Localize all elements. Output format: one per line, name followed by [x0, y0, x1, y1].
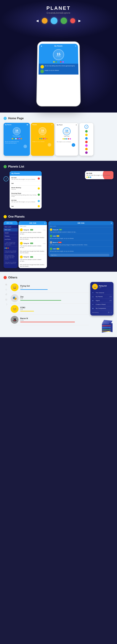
moon-icon[interactable]: ☽	[110, 312, 112, 314]
phone-top-bar: ◀ My Planets ⊕	[39, 44, 78, 48]
planets-list-right: 60 Club WE are both 60e tonight, no cry …	[43, 171, 113, 209]
user-bar-baron	[20, 322, 75, 322]
list-item-sat[interactable]: Sat	[10, 181, 42, 186]
home-card-blue: My Planets ◀▶ 15PLANETS "The Avengers" W…	[4, 123, 30, 156]
home-page-dot	[4, 117, 7, 120]
list-item-5[interactable]: Sat	[10, 204, 42, 209]
user-bar-flying-get	[20, 289, 48, 290]
detail-card: 60 Club WE are both 60e tonight, no cry …	[85, 171, 113, 179]
planets-list-container: ↺ My Planets 60 Club WE are both 60e ton…	[4, 171, 113, 209]
list-card: My Planets 60 Club WE are both 60e tonig…	[10, 171, 42, 209]
sidebar-item-live-room[interactable]: Live Room	[4, 238, 18, 241]
phone-circle-number: 15	[57, 52, 60, 56]
icon-face[interactable]: ☺	[4, 287, 9, 292]
blue-card-dots	[4, 137, 30, 140]
chat-input-bar: Type here... →	[48, 253, 113, 257]
home-page-title: Home Page	[8, 117, 24, 120]
user-row-baron: 🎩 Baron N Lv11	[11, 314, 88, 325]
user-bar-zac	[20, 300, 61, 300]
planet-4[interactable]	[70, 18, 75, 23]
dark-msg-2: COKI Lv1 WE are both 60e tonight, no cry…	[48, 234, 113, 240]
dark-msg-1: Flying No Lv3 That was the ultimate coun…	[48, 228, 113, 234]
planet-nav-left[interactable]: ◀	[36, 19, 39, 23]
icon-plus[interactable]: ⊕	[4, 282, 9, 287]
back-btn[interactable]: ↺	[4, 176, 9, 181]
sidebar-thought: ... ever thought that Wolfs Nautilus was…	[4, 241, 18, 246]
user-info-coki: COKI Lv1	[20, 306, 88, 312]
profile-avatar-row: 😀 Flying Get Lv3 ·	[92, 284, 112, 290]
planets-icon: ◎	[92, 296, 95, 298]
user-avatar-baron: 🎩	[11, 316, 19, 324]
chat-input[interactable]: Type here...	[50, 254, 109, 256]
user-row-flying-get: 😀 Flying Get Lv3	[11, 282, 88, 293]
blue-card-arrow[interactable]: ↑	[24, 145, 27, 148]
blue-card-bottom: We are only talking about this choices.g…	[4, 140, 30, 150]
detail-sub: WE are both 60e tonight, no cry no chine…	[86, 174, 112, 176]
user-info-baron: Baron N Lv11	[20, 317, 88, 322]
one-planets-section: One Planets ← 60E Club Main Land+ Main L…	[0, 212, 117, 272]
profile-menu-signal[interactable]: ◈ Signal (40)	[92, 299, 112, 302]
home-card-plain: ↺	[79, 123, 93, 156]
settings-icon[interactable]: ⚙	[108, 312, 109, 314]
chat-msg-1: Flying No Lv3 0/1 ▶ That was the ultimat…	[19, 228, 47, 236]
yellow-card-dots	[31, 137, 54, 140]
dot-green	[55, 61, 57, 63]
chat-msg-3: Flying No Lv3 0/1 ▶ That was the ultimat…	[19, 241, 47, 249]
planet-nav-right[interactable]: ▶	[78, 19, 81, 23]
universe-icon: ✦	[92, 292, 95, 294]
list-item-1[interactable]: 60 Club WE are both 60e tonight, no cry …	[10, 176, 42, 181]
chat-card-light: ← 60E Club ⊕ Main Land+ Flying No Lv3 0/…	[19, 221, 47, 268]
one-planets-header: One Planets	[4, 215, 113, 218]
planet-2[interactable]	[51, 18, 57, 24]
profile-footer: Dormancy ⚙ ☽	[92, 310, 112, 314]
home-card-white: My Planet ◀ 15PLANETS "that Club" We ton…	[55, 123, 78, 156]
others-layout: ⊕ ☺ ↺ ◎ ☽ 😀 Flying Get Lv3 🎭	[4, 282, 113, 334]
phone-circle-sub: PLANETS	[56, 56, 61, 57]
profile-menu-universe[interactable]: ✦ The Universe	[92, 291, 112, 295]
planet-1[interactable]	[42, 18, 47, 24]
chat-card-dark: ← 60E Club ⊕ Main Land+ Flying No Lv3 Th…	[48, 221, 113, 257]
sidebar-dots-row	[4, 246, 18, 250]
sidebar-item-main-land[interactable]: Main Land	[4, 228, 18, 232]
icon-refresh[interactable]: ↺	[4, 292, 9, 297]
phone-chat-1: We are only talking about this choices.g…	[45, 65, 75, 66]
profile-menu-companions[interactable]: ♟ My Companions	[92, 306, 112, 310]
yellow-card-header: Planets ▶	[31, 123, 54, 126]
icon-moon[interactable]: ☽	[4, 302, 9, 307]
others-section: Others ⊕ ☺ ↺ ◎ ☽ 😀 Flying Get Lv3	[0, 272, 117, 337]
send-icon[interactable]: →	[110, 254, 112, 256]
planet-3[interactable]	[61, 18, 67, 24]
create-icon: ✦	[92, 304, 95, 306]
blue-card-circle-area: 15PLANETS "The Avengers"	[4, 126, 30, 137]
user-avatar-flying-get: 😀	[11, 284, 19, 291]
white-card-arrow[interactable]: ↑	[72, 143, 75, 147]
chat-sidebar: ← 60E Club Main Land+ Main Land Garden T…	[4, 221, 18, 268]
icon-target[interactable]: ◎	[4, 297, 9, 302]
profile-menu-planets[interactable]: ◎ My Planets (15)	[92, 295, 112, 299]
list-item-4[interactable]: 60 Club WE are both 60e tonight, no cry …	[10, 198, 42, 204]
one-planets-dot	[4, 215, 7, 218]
phone-screen: ◀ My Planets ⊕ 15 PLANETS	[38, 44, 79, 104]
others-user-list: 😀 Flying Get Lv3 🎭 Zac Lv6	[11, 282, 88, 334]
profile-avatar: 😀	[92, 284, 98, 290]
user-row-coki: 😊 COKI Lv1	[11, 304, 88, 314]
list-item-2[interactable]: Movie Monkey Kiss me	[10, 186, 42, 191]
sidebar-item-treasury[interactable]: Treasury	[4, 234, 18, 238]
phone-mockup-section: ◀ My Planets ⊕ 15 PLANETS	[0, 39, 117, 112]
list-item-3[interactable]: Running Road Running something talking a…	[10, 191, 42, 198]
planets-list-section: Planets List ↺ My Planets 60 Club WE are…	[0, 161, 117, 212]
yellow-card-arrow[interactable]: ↑	[48, 143, 51, 146]
sidebar-item-garden[interactable]: Garden	[4, 232, 18, 234]
profile-menu-create[interactable]: ✦ Create a Planet	[92, 302, 112, 306]
phone-top-label: My Planets	[54, 45, 63, 47]
home-cards-row: My Planets ◀▶ 15PLANETS "The Avengers" W…	[4, 123, 113, 157]
white-card-dots	[55, 138, 78, 140]
hero-subtitle: Create&Join&Explore	[4, 12, 113, 14]
one-planets-title: One Planets	[8, 215, 25, 218]
others-right-panel: 😀 Flying Get Lv3 · ✦ The Universe ◎ My P…	[90, 282, 113, 334]
sidebar-back[interactable]: ← 60E Club	[4, 221, 18, 225]
user-avatar-coki: 😊	[11, 305, 19, 313]
one-planets-layout: ← 60E Club Main Land+ Main Land Garden T…	[4, 221, 113, 268]
home-page-section: Home Page My Planets ◀▶ 15PLANETS "The A…	[0, 112, 117, 161]
planet-selector-row: ◀ ▶	[4, 18, 113, 24]
